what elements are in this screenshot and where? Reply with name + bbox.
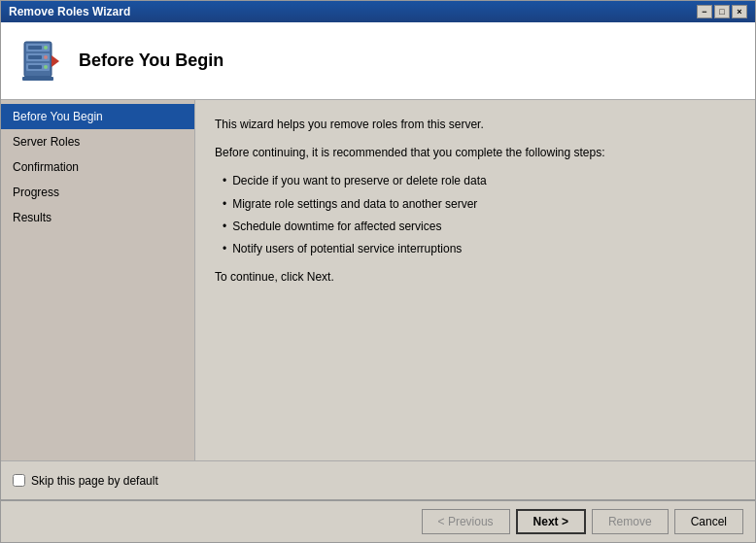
- svg-point-7: [44, 46, 48, 50]
- bottom-area: Skip this page by default: [1, 460, 755, 499]
- svg-rect-10: [22, 77, 53, 81]
- previous-button[interactable]: < Previous: [422, 509, 510, 534]
- next-button[interactable]: Next >: [516, 509, 586, 534]
- skip-label: Skip this page by default: [31, 474, 158, 488]
- bullet-item-4: • Notify users of potential service inte…: [223, 240, 736, 258]
- bullet-item-1: • Decide if you want to preserve or dele…: [223, 172, 736, 190]
- wizard-icon: [17, 38, 63, 85]
- close-button[interactable]: ×: [732, 5, 747, 18]
- svg-marker-11: [52, 55, 59, 67]
- title-bar-buttons: − □ ×: [697, 5, 747, 18]
- sidebar-item-confirmation[interactable]: Confirmation: [1, 154, 194, 180]
- svg-point-9: [44, 65, 48, 69]
- sidebar-item-progress[interactable]: Progress: [1, 180, 194, 205]
- header-title: Before You Begin: [79, 51, 223, 71]
- maximize-button[interactable]: □: [714, 5, 730, 18]
- content-area: Before You Begin Server Roles Confirmati…: [1, 100, 755, 460]
- remove-button[interactable]: Remove: [592, 509, 669, 534]
- svg-rect-6: [28, 65, 42, 69]
- main-content: This wizard helps you remove roles from …: [195, 100, 755, 460]
- svg-rect-4: [28, 46, 42, 50]
- main-text: This wizard helps you remove roles from …: [215, 116, 736, 296]
- bullet-list: • Decide if you want to preserve or dele…: [223, 172, 736, 258]
- window-title: Remove Roles Wizard: [9, 5, 130, 18]
- minimize-button[interactable]: −: [697, 5, 712, 18]
- sidebar-item-server-roles[interactable]: Server Roles: [1, 129, 194, 154]
- cancel-button[interactable]: Cancel: [674, 509, 743, 534]
- before-continuing-text: Before continuing, it is recommended tha…: [215, 144, 736, 162]
- bullet-item-3: • Schedule downtime for affected service…: [223, 218, 736, 236]
- skip-checkbox-label[interactable]: Skip this page by default: [13, 474, 158, 488]
- continue-text: To continue, click Next.: [215, 268, 736, 287]
- wizard-window: Remove Roles Wizard − □ ×: [0, 0, 756, 543]
- sidebar-item-results[interactable]: Results: [1, 205, 194, 230]
- sidebar-item-before-you-begin[interactable]: Before You Begin: [1, 104, 194, 129]
- skip-checkbox[interactable]: [13, 474, 25, 487]
- svg-point-8: [44, 55, 48, 59]
- header-area: Before You Begin: [1, 22, 755, 100]
- bullet-item-2: • Migrate role settings and data to anot…: [223, 195, 736, 214]
- title-bar: Remove Roles Wizard − □ ×: [1, 1, 755, 22]
- sidebar: Before You Begin Server Roles Confirmati…: [1, 100, 195, 460]
- svg-rect-5: [28, 55, 42, 59]
- footer: < Previous Next > Remove Cancel: [1, 499, 755, 542]
- intro-text: This wizard helps you remove roles from …: [215, 116, 736, 134]
